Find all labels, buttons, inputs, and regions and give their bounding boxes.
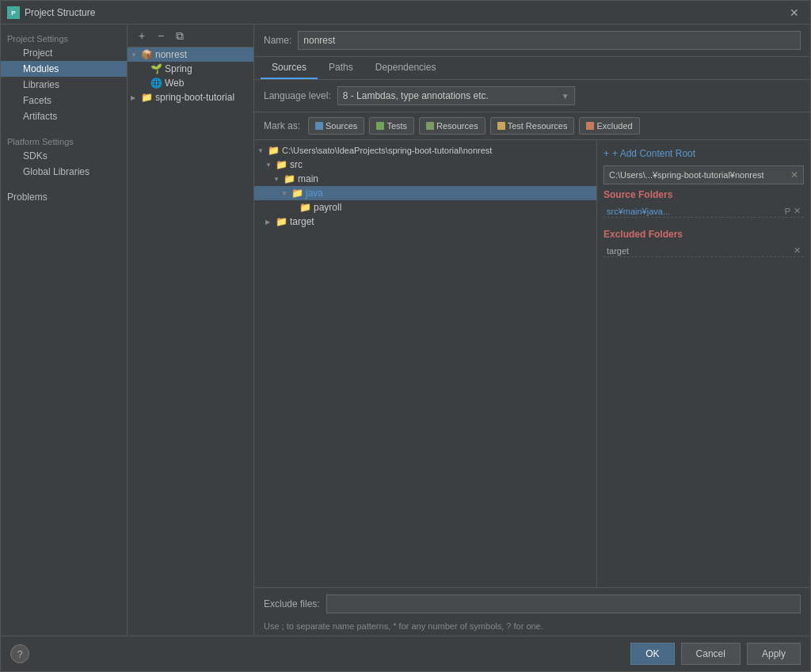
sidebar-item-libraries[interactable]: Libraries	[1, 77, 127, 93]
tree-arrow-sbt: ▶	[131, 94, 139, 101]
add-content-root-button[interactable]: + + Add Content Root	[603, 146, 804, 161]
sidebar-item-artifacts[interactable]: Artifacts	[1, 108, 127, 124]
module-tree: ▼ 📦 nonrest 🌱 Spring 🌐 Web ▶ 📁	[128, 47, 254, 104]
file-tree-main[interactable]: ▼ 📁 main	[254, 172, 596, 186]
sidebar-item-modules[interactable]: Modules	[1, 61, 127, 77]
mark-tests-button[interactable]: Tests	[369, 117, 414, 135]
sidebar-item-sdks[interactable]: SDKs	[1, 148, 127, 164]
file-tree: ▼ 📁 C:\Users\sato\IdeaProjects\spring-bo…	[254, 140, 596, 587]
root-arrow: ▼	[257, 147, 265, 154]
java-arrow: ▼	[281, 190, 289, 197]
file-tree-payroll[interactable]: 📁 payroll	[254, 200, 596, 215]
file-tree-java[interactable]: ▼ 📁 java	[254, 186, 596, 200]
bottom-bar: ? OK Cancel Apply	[1, 636, 810, 671]
file-tree-root[interactable]: ▼ 📁 C:\Users\sato\IdeaProjects\spring-bo…	[254, 143, 596, 158]
right-panel: Name: Sources Paths Dependencies Languag…	[254, 25, 810, 636]
tree-item-spring[interactable]: 🌱 Spring	[128, 62, 253, 76]
source-folder-actions: P ✕	[785, 206, 801, 216]
language-level-arrow: ▼	[562, 92, 569, 101]
mark-resources-button[interactable]: Resources	[419, 117, 485, 135]
excluded-folder-remove[interactable]: ✕	[794, 245, 801, 256]
mark-excluded-button[interactable]: Excluded	[579, 117, 639, 135]
help-button[interactable]: ?	[10, 644, 29, 663]
project-structure-dialog: P Project Structure ✕ Project Settings P…	[0, 0, 811, 672]
close-button[interactable]: ✕	[785, 5, 804, 21]
source-folder-properties[interactable]: P	[785, 207, 790, 216]
content-root-path: C:\Users\...¥spring-boot-tutorial¥nonres…	[603, 165, 804, 184]
mark-test-resources-button[interactable]: Test Resources	[490, 117, 575, 135]
remove-module-button[interactable]: −	[153, 28, 169, 44]
copy-module-button[interactable]: ⧉	[172, 28, 188, 44]
add-module-button[interactable]: +	[134, 28, 150, 44]
tab-dependencies[interactable]: Dependencies	[364, 57, 447, 79]
language-level-value: 8 - Lambdas, type annotations etc.	[343, 90, 558, 101]
sidebar-item-facets[interactable]: Facets	[1, 93, 127, 108]
tree-item-nonrest[interactable]: ▼ 📦 nonrest	[128, 47, 253, 62]
language-level-row: Language level: 8 - Lambdas, type annota…	[254, 80, 810, 112]
title-bar: P Project Structure ✕	[1, 1, 810, 25]
name-row: Name:	[254, 25, 810, 57]
name-label: Name:	[264, 35, 291, 46]
main-arrow: ▼	[273, 176, 281, 183]
source-folders-title: Source Folders	[603, 189, 804, 200]
file-tree-src[interactable]: ▼ 📁 src	[254, 158, 596, 172]
source-folder-entry: src¥main¥java... P ✕	[603, 205, 804, 218]
sidebar-item-project[interactable]: Project	[1, 45, 127, 61]
test-resources-dot	[497, 122, 505, 130]
tree-arrow-nonrest: ▼	[131, 51, 139, 59]
language-level-label: Language level:	[264, 90, 331, 101]
tests-dot	[376, 122, 384, 130]
src-arrow: ▼	[265, 161, 273, 169]
source-folder-remove[interactable]: ✕	[794, 206, 801, 216]
exclude-files-input[interactable]	[326, 594, 801, 613]
window-title: Project Structure	[25, 7, 780, 18]
file-tree-target[interactable]: ▶ 📁 target	[254, 215, 596, 229]
exclude-files-hint: Use ; to separate name patterns, * for a…	[254, 620, 810, 636]
tab-paths[interactable]: Paths	[318, 57, 364, 79]
exclude-files-row: Exclude files:	[254, 587, 810, 620]
exclude-files-label: Exclude files:	[264, 598, 320, 609]
right-info-panel: + + Add Content Root C:\Users\...¥spring…	[596, 140, 810, 587]
name-input[interactable]	[298, 31, 801, 50]
tabs-bar: Sources Paths Dependencies	[254, 57, 810, 80]
svg-text:P: P	[11, 9, 16, 17]
target-arrow: ▶	[265, 218, 273, 226]
mark-as-row: Mark as: Sources Tests Resources Test Re…	[254, 112, 810, 140]
sidebar-item-problems[interactable]: Problems	[1, 189, 127, 205]
tab-sources[interactable]: Sources	[261, 57, 318, 79]
cancel-button[interactable]: Cancel	[681, 643, 741, 665]
content-area: ▼ 📁 C:\Users\sato\IdeaProjects\spring-bo…	[254, 140, 810, 587]
mark-as-label: Mark as:	[264, 120, 300, 131]
excluded-folder-entry: target ✕	[603, 245, 804, 257]
exclude-files-section: Exclude files: Use ; to separate name pa…	[254, 587, 810, 636]
main-content: Project Settings Project Modules Librari…	[1, 25, 810, 636]
resources-dot	[426, 122, 434, 130]
excluded-folders-title: Excluded Folders	[603, 229, 804, 240]
module-toolbar: + − ⧉	[128, 25, 253, 47]
plus-icon: +	[603, 148, 609, 159]
app-icon: P	[7, 6, 20, 19]
sources-dot	[315, 122, 323, 130]
mark-sources-button[interactable]: Sources	[308, 117, 364, 135]
tree-item-spring-boot-tutorial[interactable]: ▶ 📁 spring-boot-tutorial	[128, 90, 253, 104]
sidebar: Project Settings Project Modules Librari…	[1, 25, 128, 636]
tree-item-web[interactable]: 🌐 Web	[128, 76, 253, 90]
language-level-select[interactable]: 8 - Lambdas, type annotations etc. ▼	[337, 86, 575, 105]
ok-button[interactable]: OK	[630, 643, 674, 665]
project-settings-section: Project Settings	[1, 31, 127, 45]
apply-button[interactable]: Apply	[747, 643, 801, 665]
module-panel: + − ⧉ ▼ 📦 nonrest 🌱 Spring 🌐 W	[128, 25, 254, 636]
content-root-close[interactable]: ✕	[790, 169, 798, 180]
platform-settings-section: Platform Settings	[1, 134, 127, 148]
sidebar-item-global-libraries[interactable]: Global Libraries	[1, 164, 127, 180]
excluded-dot	[586, 122, 594, 130]
